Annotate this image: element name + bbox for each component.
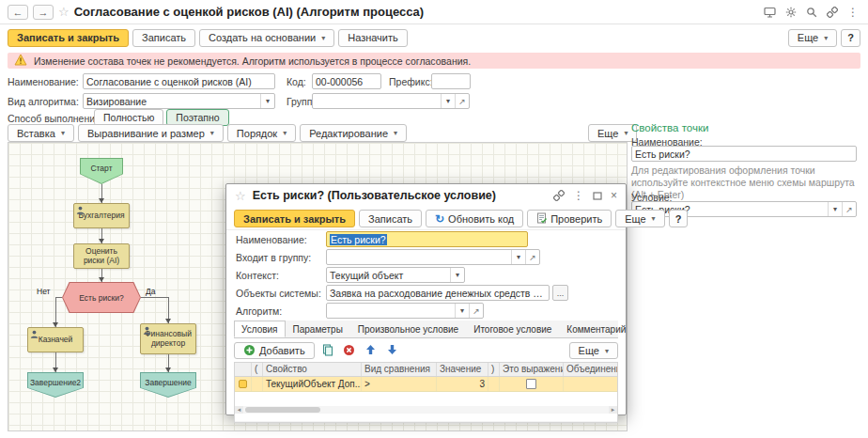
kebab-menu-icon[interactable]: ⋮: [847, 6, 859, 19]
link-icon[interactable]: [553, 190, 565, 201]
open-link-icon[interactable]: ↗: [842, 202, 856, 216]
dialog-tabs: Условия Параметры Произвольное условие И…: [234, 321, 618, 338]
empty-row[interactable]: [235, 392, 617, 407]
scrollbar-track[interactable]: [243, 406, 609, 414]
cell-close-paren[interactable]: [488, 377, 500, 391]
favorite-star-icon[interactable]: ☆: [58, 5, 70, 19]
close-icon[interactable]: ×: [611, 189, 617, 202]
col-open-paren[interactable]: (: [252, 363, 263, 376]
warning-banner: Изменение состава точек не рекомендуется…: [8, 53, 860, 69]
dialog-save-close-button[interactable]: Записать и закрыть: [234, 210, 355, 227]
name-label: Наименование:: [8, 76, 79, 87]
cell-open-paren[interactable]: [252, 377, 263, 391]
col-union[interactable]: Объединение с: [564, 363, 617, 376]
cell-value[interactable]: 3: [437, 377, 488, 391]
cell-comparison[interactable]: >: [362, 377, 437, 391]
save-close-button[interactable]: Записать и закрыть: [8, 29, 129, 47]
node-accounting[interactable]: Бухгалтерия: [73, 203, 130, 228]
forward-button[interactable]: →: [33, 5, 54, 20]
prefix-input[interactable]: [431, 73, 471, 89]
name-input[interactable]: Согласование с оценкой рисков (AI): [83, 73, 275, 89]
tab-conditions[interactable]: Условия: [234, 321, 286, 337]
editing-button[interactable]: Редактирование▾: [300, 124, 407, 142]
tab-final-condition[interactable]: Итоговое условие: [466, 321, 559, 337]
dialog-more-button[interactable]: Еще▾: [615, 210, 664, 227]
table-more-button[interactable]: Еще▾: [569, 342, 618, 359]
node-treasurer[interactable]: Казначей: [27, 327, 84, 352]
create-on-basis-button[interactable]: Создать на основании ▾: [199, 29, 334, 47]
add-row-button[interactable]: Добавить: [234, 342, 315, 359]
assign-button[interactable]: Назначить: [338, 29, 408, 47]
chevron-down-icon[interactable]: ▾: [260, 94, 274, 108]
chevron-down-icon[interactable]: ▾: [511, 250, 525, 264]
group-combo[interactable]: ▾ ↗: [312, 93, 470, 109]
dialog-save-button[interactable]: Записать: [359, 210, 422, 227]
back-button[interactable]: ←: [8, 5, 28, 20]
edge-yes-horizontal: [141, 297, 168, 298]
help-button[interactable]: ?: [841, 29, 860, 47]
node-finish[interactable]: Завершение: [140, 372, 196, 398]
link-icon[interactable]: [827, 7, 838, 18]
open-link-icon[interactable]: ↗: [455, 94, 469, 108]
dialog-help-button[interactable]: ?: [669, 210, 689, 227]
dlg-context-combo[interactable]: Текущий объект ▾: [326, 267, 465, 283]
check-button[interactable]: Проверить: [527, 210, 612, 227]
align-size-button[interactable]: Выравнивание и размер▾: [78, 124, 224, 142]
chevron-down-icon[interactable]: ▾: [828, 202, 842, 216]
display-icon[interactable]: [764, 7, 776, 18]
order-button[interactable]: Порядок▾: [227, 124, 296, 142]
scroll-right-arrow[interactable]: ▸: [609, 406, 617, 414]
node-start[interactable]: Старт: [80, 158, 123, 184]
copy-row-button[interactable]: [319, 342, 336, 359]
node-finish-label: Завершение: [140, 378, 196, 387]
refresh-code-button[interactable]: ↻ Обновить код: [426, 210, 523, 227]
dlg-system-objects-combo[interactable]: Заявка на расходование денежных средств …: [326, 285, 550, 301]
node-has-risks-condition[interactable]: Есть риски?: [62, 282, 141, 313]
save-button[interactable]: Записать: [132, 29, 195, 47]
insert-button[interactable]: Вставка▾: [8, 124, 74, 142]
dlg-system-objects-choose-button[interactable]: ...: [552, 285, 568, 301]
algorithm-type-combo[interactable]: Визирование ▾: [83, 93, 275, 109]
col-comparison[interactable]: Вид сравнения: [362, 363, 437, 376]
chevron-down-icon[interactable]: ▾: [441, 94, 455, 108]
table-row[interactable]: ТекущийОбъект Доп... > 3: [235, 377, 617, 392]
tab-comment[interactable]: Комментарий: [559, 321, 633, 337]
open-link-icon[interactable]: ↗: [469, 304, 483, 318]
favorite-star-icon[interactable]: ☆: [235, 189, 246, 203]
col-property[interactable]: Свойство: [263, 363, 362, 376]
kebab-menu-icon[interactable]: ⋮: [573, 189, 584, 202]
gear-icon[interactable]: [785, 7, 797, 18]
tab-custom-condition[interactable]: Произвольное условие: [350, 321, 466, 337]
col-value[interactable]: Значение: [437, 363, 488, 376]
is-expression-checkbox[interactable]: [526, 379, 536, 389]
scroll-left-arrow[interactable]: ◂: [235, 406, 243, 414]
cell-property[interactable]: ТекущийОбъект Доп...: [263, 377, 362, 391]
chevron-down-icon: ▾: [624, 129, 628, 137]
search-icon[interactable]: [806, 7, 817, 18]
collapse-icon[interactable]: [593, 192, 602, 200]
delete-row-button[interactable]: [341, 342, 358, 359]
conditions-table: ( Свойство Вид сравнения Значение ) Это …: [234, 362, 618, 423]
diagram-more-button[interactable]: Еще▾: [588, 124, 637, 142]
chevron-down-icon[interactable]: ▾: [455, 304, 469, 318]
dlg-group-label: Входит в группу:: [236, 252, 324, 263]
col-is-expression[interactable]: Это выражение: [500, 363, 564, 376]
scrollbar-thumb[interactable]: [245, 407, 320, 413]
move-down-button[interactable]: [384, 342, 401, 359]
chevron-down-icon[interactable]: ▾: [450, 268, 464, 282]
dlg-group-combo[interactable]: ▾ ↗: [326, 249, 540, 265]
move-up-button[interactable]: [363, 342, 380, 359]
col-close-paren[interactable]: ): [488, 363, 500, 376]
node-fin-director[interactable]: Финансовый директор: [140, 323, 196, 354]
node-finish2[interactable]: Завершение2: [27, 372, 84, 398]
code-input[interactable]: 00-000056: [312, 73, 381, 89]
cell-union[interactable]: [564, 377, 617, 391]
dlg-name-input[interactable]: Есть риски?: [326, 231, 528, 247]
code-label: Код:: [287, 76, 306, 87]
more-button[interactable]: Еще ▾: [788, 29, 837, 47]
node-assess-risks[interactable]: Оценить риски (AI): [73, 243, 130, 269]
point-name-input[interactable]: Есть риски?: [631, 146, 857, 162]
open-link-icon[interactable]: ↗: [525, 250, 539, 264]
tab-parameters[interactable]: Параметры: [286, 321, 350, 337]
dlg-algorithm-combo[interactable]: ▾ ↗: [326, 303, 484, 319]
